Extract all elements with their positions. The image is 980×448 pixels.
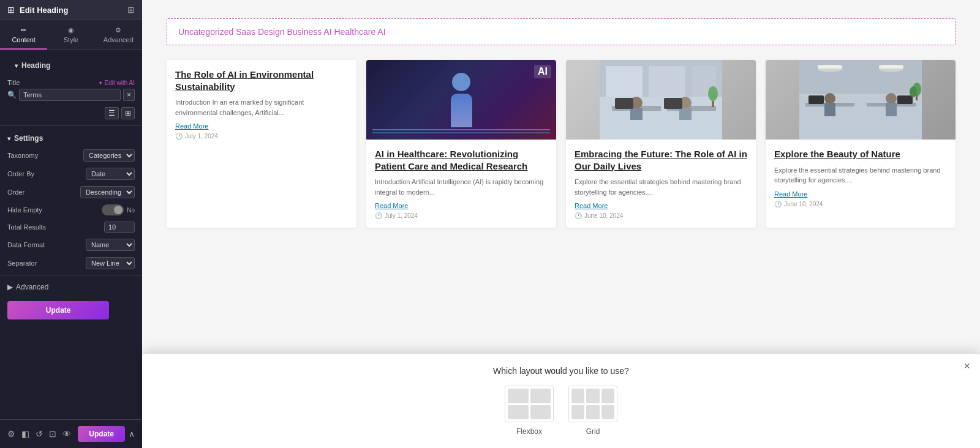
order-label: Order — [7, 189, 80, 196]
update-button[interactable]: Update — [78, 426, 125, 442]
hide-empty-row: Hide Empty No — [0, 201, 142, 218]
separator-row: Separator New Line Comma Space Pipe — [0, 254, 142, 272]
title-input[interactable] — [19, 89, 121, 101]
grid-label: Grid — [586, 427, 600, 436]
data-format-select[interactable]: Name Slug ID — [86, 239, 135, 251]
tab-style[interactable]: ◉ Style — [47, 20, 94, 50]
svg-rect-10 — [679, 108, 692, 120]
heading-section-header[interactable]: ▾ Heading — [7, 55, 135, 73]
tab-content[interactable]: ✏ Content — [0, 20, 47, 50]
separator-select[interactable]: New Line Comma Space Pipe — [86, 257, 135, 269]
card-4-read-more[interactable]: Read More — [774, 190, 947, 198]
list-view-button[interactable]: ☰ — [105, 107, 119, 119]
order-by-row: Order By Date Title Author — [0, 165, 142, 183]
bottom-icons: ⚙ ◧ ↺ ⊡ 👁 — [7, 429, 71, 439]
svg-rect-12 — [664, 98, 682, 109]
card-1-excerpt: Introduction In an era marked by signifi… — [175, 97, 348, 118]
cards-grid: The Role of AI in Environmental Sustaina… — [167, 60, 956, 228]
heading-section: ▾ Heading — [0, 50, 142, 76]
clock-icon-3: 🕐 — [575, 212, 582, 219]
advanced-arrow-icon: ▶ — [7, 283, 13, 291]
title-label: Title — [7, 79, 20, 86]
card-2-read-more[interactable]: Read More — [375, 202, 548, 209]
category-bar: Uncategorized Saas Design Business AI He… — [167, 18, 956, 45]
sidebar: ⊞ Edit Heading ⊞ ✏ Content ◉ Style ⚙ Adv… — [0, 0, 142, 448]
taxonomy-row: Taxonomy Categories Tags Custom — [0, 146, 142, 165]
gear-icon: ⚙ — [115, 26, 121, 34]
card-4-body: Explore the Beauty of Nature Explore the… — [766, 140, 956, 216]
grid-preview — [568, 386, 617, 422]
card-4-date: 🕐 June 10, 2024 — [774, 201, 947, 207]
layout-option-grid[interactable]: Grid — [568, 386, 617, 436]
settings-section-header[interactable]: ▾ Settings — [0, 128, 142, 146]
responsive-bottom-icon[interactable]: ⊡ — [49, 429, 56, 439]
tab-advanced[interactable]: ⚙ Advanced — [95, 20, 142, 50]
sidebar-bottom: ⚙ ◧ ↺ ⊡ 👁 Update ∧ — [0, 419, 142, 448]
main-content: Uncategorized Saas Design Business AI He… — [142, 0, 980, 448]
card-2-date: 🕐 July 1, 2024 — [375, 212, 548, 219]
update-button-inner[interactable]: Update — [7, 301, 109, 319]
clock-icon-1: 🕐 — [175, 133, 183, 140]
svg-rect-26 — [886, 103, 897, 116]
svg-point-23 — [824, 93, 835, 104]
flexbox-cell-1 — [508, 389, 529, 403]
card-4-image — [766, 60, 956, 140]
card-2-excerpt: Introduction Artificial Intelligence (AI… — [375, 177, 548, 197]
card-3-read-more[interactable]: Read More — [575, 202, 747, 209]
svg-point-19 — [818, 65, 842, 72]
grid-view-button[interactable]: ⊞ — [121, 107, 135, 119]
layout-option-flexbox[interactable]: Flexbox — [505, 386, 554, 436]
hide-empty-label: Hide Empty — [7, 206, 102, 214]
svg-point-13 — [708, 86, 718, 101]
toggle-knob — [114, 206, 123, 214]
total-results-input[interactable] — [104, 222, 135, 233]
settings-bottom-icon[interactable]: ⚙ — [7, 429, 15, 439]
collapse-button[interactable]: ∧ — [129, 429, 135, 439]
svg-rect-24 — [824, 103, 835, 116]
layout-options: Flexbox Grid — [154, 386, 968, 436]
grid-cell-6 — [601, 405, 614, 420]
main-inner: Uncategorized Saas Design Business AI He… — [142, 0, 980, 313]
title-field-row: Title ✦ Edit with AI 🔍 × — [0, 76, 142, 104]
hide-empty-toggle[interactable] — [102, 204, 124, 215]
sidebar-content: ▾ Heading Title ✦ Edit with AI 🔍 × ☰ ⊞ ▾ — [0, 50, 142, 419]
menu-icon: ⊞ — [7, 5, 15, 15]
circle-icon: ◉ — [68, 26, 74, 34]
svg-rect-8 — [630, 108, 643, 120]
card-3: Embracing the Future: The Role of AI in … — [566, 60, 756, 228]
layout-popup-title: Which layout would you like to use? — [154, 366, 968, 376]
card-3-title: Embracing the Future: The Role of AI in … — [575, 148, 747, 172]
order-by-select[interactable]: Date Title Author — [86, 168, 135, 180]
svg-rect-14 — [712, 101, 714, 107]
layers-bottom-icon[interactable]: ◧ — [21, 429, 29, 439]
edit-ai-button[interactable]: ✦ Edit with AI — [98, 80, 135, 86]
card-4-excerpt: Explore the essential strategies behind … — [774, 165, 947, 185]
separator-label: Separator — [7, 259, 86, 267]
history-bottom-icon[interactable]: ↺ — [36, 429, 43, 439]
flexbox-cell-2 — [530, 389, 551, 403]
svg-rect-28 — [897, 95, 913, 104]
flexbox-preview — [505, 386, 554, 422]
grid-icon: ⊞ — [127, 5, 135, 15]
pencil-icon: ✏ — [21, 26, 26, 34]
card-1-title: The Role of AI in Environmental Sustaina… — [175, 69, 348, 92]
clear-input-button[interactable]: × — [123, 89, 135, 101]
card-1-read-more[interactable]: Read More — [175, 122, 348, 130]
advanced-section[interactable]: ▶ Advanced — [0, 278, 142, 296]
sidebar-title: Edit Heading — [20, 6, 68, 15]
card-3-body: Embracing the Future: The Role of AI in … — [566, 140, 756, 228]
card-1-date: 🕐 July 1, 2024 — [175, 133, 348, 140]
clock-icon-2: 🕐 — [375, 212, 382, 219]
search-icon: 🔍 — [7, 91, 17, 99]
down-arrow-icon: ▾ — [15, 62, 18, 69]
sidebar-header: ⊞ Edit Heading ⊞ — [0, 0, 142, 20]
svg-point-20 — [879, 65, 903, 72]
preview-bottom-icon[interactable]: 👁 — [62, 429, 71, 439]
grid-cell-1 — [571, 389, 584, 403]
svg-rect-27 — [809, 95, 824, 104]
view-toggle-row: ☰ ⊞ — [0, 104, 142, 122]
order-select[interactable]: Descending Ascending — [80, 186, 135, 198]
layout-popup: × Which layout would you like to use? Fl… — [142, 353, 980, 448]
layout-popup-close-button[interactable]: × — [963, 360, 970, 373]
taxonomy-select[interactable]: Categories Tags Custom — [83, 149, 135, 162]
